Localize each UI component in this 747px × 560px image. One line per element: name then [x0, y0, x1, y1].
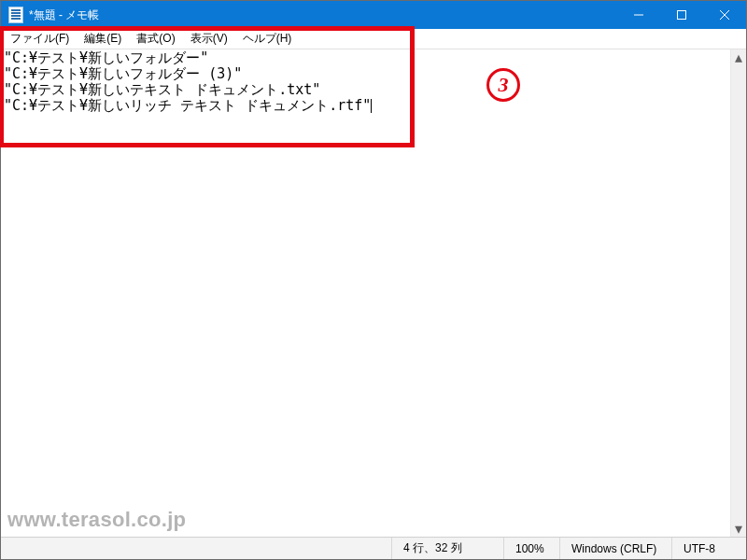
status-encoding: UTF-8 [671, 538, 746, 559]
text-caret [371, 99, 372, 113]
menu-help[interactable]: ヘルプ(H) [235, 30, 300, 48]
menu-view[interactable]: 表示(V) [183, 30, 235, 48]
title-bar[interactable]: *無題 - メモ帳 [1, 1, 746, 29]
menu-format[interactable]: 書式(O) [129, 30, 182, 48]
status-bar: 4 行、32 列 100% Windows (CRLF) UTF-8 [1, 537, 746, 559]
notepad-window: *無題 - メモ帳 ファイル(F) 編集(E) 書式(O) 表示(V) ヘルプ(… [0, 0, 747, 560]
window-title: *無題 - メモ帳 [29, 7, 99, 23]
menu-file[interactable]: ファイル(F) [3, 30, 77, 48]
text-line[interactable]: "C:¥テスト¥新しいフォルダー" [4, 50, 727, 66]
minimize-button[interactable] [617, 1, 660, 29]
menu-edit[interactable]: 編集(E) [77, 30, 129, 48]
text-line[interactable]: "C:¥テスト¥新しいリッチ テキスト ドキュメント.rtf" [4, 98, 727, 114]
status-zoom: 100% [503, 538, 559, 559]
status-line-ending: Windows (CRLF) [559, 538, 671, 559]
text-editor[interactable]: "C:¥テスト¥新しいフォルダー""C:¥テスト¥新しいフォルダー (3)""C… [1, 49, 730, 537]
close-button[interactable] [703, 1, 746, 29]
svg-rect-1 [678, 11, 686, 20]
maximize-button[interactable] [660, 1, 703, 29]
menu-bar: ファイル(F) 編集(E) 書式(O) 表示(V) ヘルプ(H) [1, 29, 746, 49]
scroll-down-icon[interactable]: ▾ [731, 521, 746, 537]
scroll-up-icon[interactable]: ▴ [731, 49, 746, 65]
text-line[interactable]: "C:¥テスト¥新しいテキスト ドキュメント.txt" [4, 82, 727, 98]
text-line[interactable]: "C:¥テスト¥新しいフォルダー (3)" [4, 66, 727, 82]
status-cursor-position: 4 行、32 列 [391, 538, 503, 559]
client-area: "C:¥テスト¥新しいフォルダー""C:¥テスト¥新しいフォルダー (3)""C… [1, 49, 746, 537]
notepad-app-icon [8, 7, 23, 23]
vertical-scrollbar[interactable]: ▴ ▾ [730, 49, 746, 537]
